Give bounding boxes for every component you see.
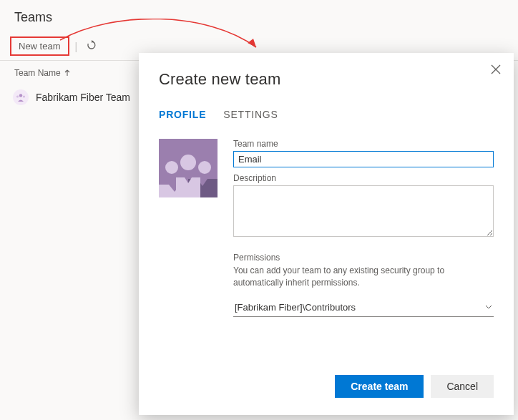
permissions-select[interactable]: [Fabrikam Fiber]\Contributors [233, 298, 494, 317]
description-label: Description [233, 173, 494, 183]
svg-point-5 [180, 155, 196, 170]
team-avatar-icon [13, 89, 29, 105]
svg-point-1 [16, 95, 19, 97]
page-title: Teams [14, 10, 504, 25]
svg-point-0 [19, 94, 22, 97]
permissions-value: [Fabrikam Fiber]\Contributors [235, 302, 356, 313]
cancel-button[interactable]: Cancel [431, 375, 494, 398]
description-input[interactable] [233, 185, 494, 237]
permissions-label: Permissions [233, 253, 494, 263]
tab-settings[interactable]: SETTINGS [223, 109, 278, 123]
sort-asc-icon [64, 69, 71, 77]
column-header-team-name: Team Name [14, 68, 61, 78]
permissions-help-text: You can add your team to any existing se… [233, 265, 494, 290]
toolbar-divider: | [75, 41, 78, 52]
team-name-cell: Fabrikam Fiber Team [36, 92, 130, 103]
team-name-label: Team name [233, 139, 494, 149]
dialog-title: Create new team [159, 70, 494, 89]
team-name-input[interactable] [233, 151, 494, 167]
svg-point-2 [23, 95, 25, 97]
svg-point-4 [165, 161, 178, 174]
refresh-icon[interactable] [83, 36, 100, 56]
dialog-tabs: PROFILE SETTINGS [159, 109, 494, 123]
chevron-down-icon [485, 305, 492, 309]
team-avatar-placeholder[interactable] [159, 139, 218, 197]
close-icon[interactable] [487, 60, 505, 81]
create-team-dialog: Create new team PROFILE SETTINGS Team na… [139, 53, 514, 415]
new-team-button[interactable]: New team [10, 36, 69, 56]
create-team-button[interactable]: Create team [335, 375, 424, 398]
svg-point-6 [198, 161, 211, 174]
tab-profile[interactable]: PROFILE [159, 109, 206, 123]
